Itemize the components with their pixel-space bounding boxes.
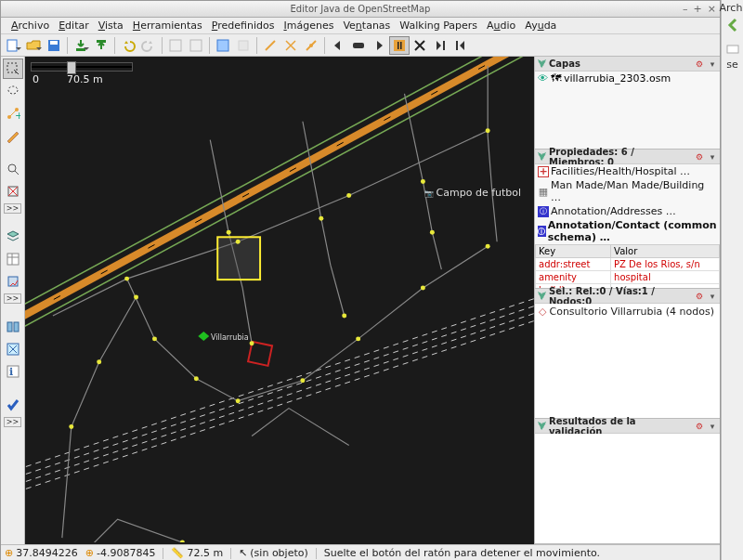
minimize-button[interactable]: – <box>683 3 688 15</box>
audio-play-button[interactable] <box>348 36 369 55</box>
menu-editar[interactable]: Editar <box>54 18 94 33</box>
svg-point-57 <box>250 341 254 345</box>
preset-link[interactable]: Annotation/Addresses … <box>551 205 676 217</box>
panel-collapse-icon[interactable]: ▾ <box>707 59 718 70</box>
menu-herramientas[interactable]: Herramientas <box>128 18 207 33</box>
menu-audio[interactable]: Audio <box>482 18 520 33</box>
relations-panel-toggle[interactable] <box>3 317 23 337</box>
audio-prev-button[interactable] <box>450 36 471 55</box>
left-toolbar: + >> >> ℹ >> <box>1 57 25 544</box>
layers-panel-toggle[interactable] <box>3 227 23 247</box>
panel-settings-icon[interactable]: ⚙ <box>694 151 705 163</box>
panel-settings-icon[interactable]: ⚙ <box>694 59 705 70</box>
delete-tool[interactable] <box>3 181 23 202</box>
properties-panel-toggle[interactable] <box>3 249 23 269</box>
wp-tool-1[interactable] <box>260 36 280 55</box>
selection-item[interactable]: ◇ Consultorio Villarrubia (4 nodos) <box>535 304 720 319</box>
preferences-button[interactable] <box>165 36 186 55</box>
upload-button[interactable] <box>91 36 111 55</box>
audio-fwd-button[interactable] <box>369 36 389 55</box>
svg-line-36 <box>25 307 534 488</box>
preset-link[interactable]: Facilities/Health/Hospital … <box>551 165 690 177</box>
status-hint: Suelte el botón del ratón para detener e… <box>324 547 716 559</box>
table-row[interactable]: amenityhospital <box>536 271 720 284</box>
expand-tools-1[interactable]: >> <box>4 203 21 214</box>
map-canvas[interactable]: 070.5 m <box>25 57 534 544</box>
ruler-icon: 📏 <box>171 547 184 559</box>
menu-predefinidos[interactable]: Predefinidos <box>207 18 280 33</box>
expand-tools-3[interactable]: >> <box>4 417 21 427</box>
validator-panel-toggle[interactable] <box>3 339 23 359</box>
select-tool[interactable] <box>3 59 23 79</box>
menu-ventanas[interactable]: Ventanas <box>338 18 395 33</box>
menu-walking-papers[interactable]: Walking Papers <box>395 18 482 33</box>
status-length: 72.5 m <box>187 547 223 559</box>
panel-settings-icon[interactable]: ⚙ <box>694 421 705 432</box>
validate-button[interactable] <box>3 395 23 415</box>
audio-back-button[interactable] <box>328 36 348 55</box>
layer-row[interactable]: 👁 🗺 villarrubia_2303.osm <box>535 72 720 85</box>
svg-rect-0 <box>7 40 17 51</box>
pin-icon[interactable]: ⮟ <box>537 58 547 70</box>
box-button[interactable] <box>233 36 254 55</box>
svg-rect-13 <box>400 42 402 49</box>
svg-line-34 <box>25 293 534 473</box>
zoom-tool[interactable] <box>3 159 23 179</box>
menu-imagenes[interactable]: Imágenes <box>279 18 338 33</box>
address-icon: ⓘ <box>538 206 549 217</box>
selection-panel-toggle[interactable] <box>3 271 23 292</box>
panel-settings-icon[interactable]: ⚙ <box>694 291 705 302</box>
presets-button[interactable] <box>213 36 233 55</box>
wp-tool-2[interactable] <box>280 36 301 55</box>
menu-archivo[interactable]: AArchivorchivo <box>7 18 54 33</box>
svg-rect-26 <box>14 322 19 332</box>
panel-collapse-icon[interactable]: ▾ <box>707 421 718 432</box>
save-button[interactable] <box>44 36 64 55</box>
preset-link[interactable]: Man Made/Man Made/Building … <box>551 179 717 203</box>
search-button[interactable] <box>186 36 206 55</box>
close-button[interactable]: × <box>708 3 716 15</box>
svg-rect-21 <box>7 254 19 265</box>
col-value[interactable]: Valor <box>611 245 720 258</box>
preset-link[interactable]: Annotation/Contact (common schema) … <box>548 219 717 243</box>
pin-icon[interactable]: ⮟ <box>537 150 547 163</box>
wp-tool-3[interactable] <box>301 36 321 55</box>
filter-panel-toggle[interactable]: ℹ <box>3 361 23 382</box>
lasso-tool[interactable] <box>3 81 23 101</box>
add-node-tool[interactable]: + <box>3 103 23 124</box>
panel-collapse-icon[interactable]: ▾ <box>707 151 718 163</box>
redo-button[interactable] <box>138 36 159 55</box>
properties-table: KeyValor addr:streetPZ De los Rios, s/n … <box>535 244 720 288</box>
download-button[interactable] <box>71 36 91 55</box>
maximize-button[interactable]: + <box>694 3 702 15</box>
strip-back-icon[interactable] <box>723 16 743 34</box>
status-object: (sin objeto) <box>250 547 307 559</box>
pin-icon[interactable]: ⮟ <box>537 420 547 432</box>
audio-slower-button[interactable] <box>389 36 410 55</box>
open-button[interactable] <box>23 36 44 55</box>
svg-point-51 <box>69 424 73 429</box>
new-layer-button[interactable] <box>3 36 23 55</box>
draw-tool[interactable] <box>3 125 23 146</box>
svg-rect-8 <box>239 41 248 50</box>
menu-vista[interactable]: Vista <box>94 18 128 33</box>
audio-next-button[interactable] <box>430 36 450 55</box>
strip-search-icon[interactable] <box>723 40 743 59</box>
pin-icon[interactable]: ⮟ <box>537 290 547 302</box>
svg-point-47 <box>300 378 305 383</box>
svg-rect-7 <box>217 40 228 51</box>
way-icon: ◇ <box>539 306 546 318</box>
window-title: Editor Java de OpenStreetMap <box>291 4 431 14</box>
menu-ayuda[interactable]: Ayuda <box>520 18 561 33</box>
svg-point-58 <box>342 313 346 318</box>
table-row[interactable]: addr:streetPZ De los Rios, s/n <box>536 258 720 271</box>
panel-collapse-icon[interactable]: ▾ <box>707 291 718 302</box>
eye-icon[interactable]: 👁 <box>538 72 548 85</box>
expand-tools-2[interactable]: >> <box>4 293 21 304</box>
undo-button[interactable] <box>118 36 138 55</box>
layer-type-icon: 🗺 <box>551 72 561 85</box>
svg-point-43 <box>486 128 490 133</box>
audio-faster-button[interactable] <box>410 36 430 55</box>
col-key[interactable]: Key <box>536 245 611 258</box>
svg-text:+: + <box>15 110 20 121</box>
